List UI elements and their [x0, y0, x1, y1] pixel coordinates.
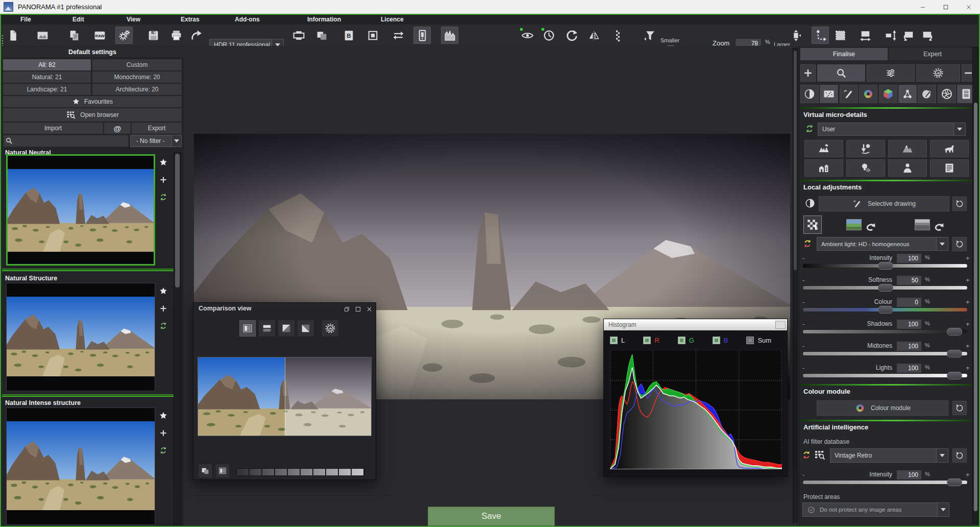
slider-thumb[interactable] — [947, 350, 962, 357]
history-button[interactable] — [540, 27, 557, 44]
channel-checkbox[interactable] — [643, 337, 651, 344]
ai-reset-button[interactable] — [952, 448, 967, 463]
filter-all[interactable]: All: 82 — [3, 59, 91, 70]
close-button[interactable] — [957, 0, 980, 14]
redo-button[interactable] — [563, 27, 580, 44]
slider-value-field[interactable]: 100 — [896, 341, 922, 351]
add-preset-button[interactable] — [800, 64, 816, 82]
pixel-column-button[interactable] — [609, 27, 626, 44]
share-export-button[interactable] — [188, 27, 205, 44]
slider-thumb[interactable] — [947, 372, 962, 379]
ai-browser-icon[interactable] — [814, 449, 826, 461]
grain-tool-button[interactable] — [820, 85, 838, 103]
filter-landscape[interactable]: Landscape: 21 — [3, 84, 91, 95]
ambient-light-dropdown[interactable]: Ambient light: HD - homogeneous — [817, 237, 948, 251]
slider-track-intensity[interactable] — [802, 480, 968, 485]
slider-value-field[interactable]: 100 — [896, 319, 922, 329]
node-graph-tool-button[interactable] — [898, 85, 917, 103]
retouch-brush-tool-button[interactable] — [840, 85, 858, 103]
fit-view-button[interactable] — [787, 27, 804, 44]
slider-plus[interactable]: + — [966, 342, 970, 350]
slider-track-softness[interactable] — [802, 285, 968, 290]
split-diagonal-up-button[interactable] — [278, 320, 295, 337]
compare-original-button[interactable] — [519, 27, 536, 44]
copy-project-button[interactable] — [65, 27, 83, 44]
raw-import-button[interactable]: RAW — [91, 27, 108, 44]
new-project-button[interactable] — [4, 27, 21, 44]
import-button[interactable]: Import — [3, 123, 103, 134]
menu-item-file[interactable]: File — [20, 16, 31, 23]
maximize-button[interactable] — [934, 0, 957, 14]
auto-optimise-button[interactable] — [916, 64, 960, 82]
scrollbar-thumb[interactable] — [175, 154, 180, 288]
free-transform-button[interactable] — [812, 27, 829, 44]
preset-refresh-button[interactable] — [157, 320, 169, 332]
menu-item-addons[interactable]: Add-ons — [235, 16, 260, 23]
menu-item-licence[interactable]: Licence — [381, 16, 404, 23]
slider-thumb[interactable] — [947, 478, 962, 486]
preset-add-button[interactable] — [157, 174, 169, 186]
mountain-preset-button[interactable] — [888, 140, 927, 157]
slider-track-colour[interactable] — [802, 307, 968, 312]
preset-list-scrollbar[interactable] — [174, 152, 181, 525]
channel-g[interactable]: G — [678, 337, 694, 344]
compare-settings-button[interactable] — [322, 320, 338, 337]
preset-search-input[interactable] — [3, 135, 129, 147]
scrollbar-thumb[interactable] — [794, 51, 797, 270]
split-diagonal-down-button[interactable] — [298, 320, 314, 337]
channel-sum[interactable]: Sum — [746, 337, 771, 344]
channel-checkbox[interactable] — [610, 337, 618, 344]
undo-mask-button[interactable] — [865, 220, 878, 233]
protect-areas-dropdown[interactable]: Do not protect any image areas — [802, 502, 949, 517]
search-presets-button[interactable] — [817, 64, 865, 82]
channel-checkbox[interactable] — [713, 337, 720, 344]
document-preset-button[interactable] — [930, 159, 969, 177]
colour-wheel-tool-button[interactable] — [859, 85, 877, 103]
ambient-reset-button[interactable] — [952, 237, 967, 251]
histogram-titlebar[interactable]: Histogram — [604, 319, 787, 330]
dropdown-arrow-icon[interactable] — [936, 449, 948, 462]
flora-preset-button[interactable] — [846, 140, 885, 157]
swap-views-button[interactable] — [389, 27, 407, 44]
slider-value-field[interactable]: 0 — [896, 297, 922, 307]
colour-module-button[interactable]: Colour module — [817, 400, 948, 416]
selective-drawing-button[interactable]: Selective drawing — [819, 196, 949, 211]
channel-b[interactable]: B — [713, 337, 728, 344]
rgb-cube-tool-button[interactable] — [879, 85, 897, 103]
micro-details-dropdown[interactable]: User — [818, 123, 966, 136]
preset-favourite-button[interactable] — [157, 156, 169, 169]
slider-plus[interactable]: + — [966, 320, 970, 328]
preset-thumbnail-3[interactable] — [6, 408, 155, 525]
slider-track-midtones[interactable] — [802, 351, 968, 356]
selective-reset-button[interactable] — [952, 197, 967, 211]
rocks-preset-button[interactable] — [804, 140, 843, 157]
rotate-left-button[interactable] — [899, 27, 917, 44]
stretch-height-button[interactable] — [881, 27, 899, 44]
dropdown-arrow-icon[interactable] — [936, 237, 948, 250]
comparison-position-slider[interactable] — [236, 468, 365, 476]
preset-favourite-button[interactable] — [157, 410, 169, 422]
export-funnel-button[interactable] — [641, 27, 658, 44]
refresh-colour-icon[interactable] — [802, 238, 813, 249]
slider-plus[interactable]: + — [966, 276, 970, 284]
menu-item-extras[interactable]: Extras — [181, 16, 200, 23]
slider-track-lights[interactable] — [802, 373, 968, 378]
light-sources-preset-button[interactable] — [846, 159, 885, 177]
batch-processing-button[interactable] — [290, 27, 307, 44]
slider-thumb[interactable] — [878, 262, 893, 270]
menu-item-information[interactable]: Information — [307, 16, 341, 23]
post-processing-button[interactable] — [115, 27, 133, 44]
mask-draw-tool-button[interactable] — [918, 85, 936, 103]
preset-refresh-button[interactable] — [157, 191, 169, 203]
bracketing-button[interactable]: B — [340, 27, 357, 44]
fine-tune-button[interactable] — [867, 64, 915, 82]
slider-plus[interactable]: + — [966, 364, 970, 372]
preset-refresh-button[interactable] — [157, 444, 169, 457]
refresh-colour-icon[interactable] — [801, 450, 812, 460]
filter-custom[interactable]: Custom — [92, 59, 182, 70]
colour-module-reset-button[interactable] — [952, 401, 967, 415]
menu-item-edit[interactable]: Edit — [72, 16, 84, 23]
flip-compare-button[interactable] — [585, 27, 602, 44]
upright-view-button[interactable] — [413, 27, 431, 44]
preset-add-button[interactable] — [157, 427, 169, 439]
